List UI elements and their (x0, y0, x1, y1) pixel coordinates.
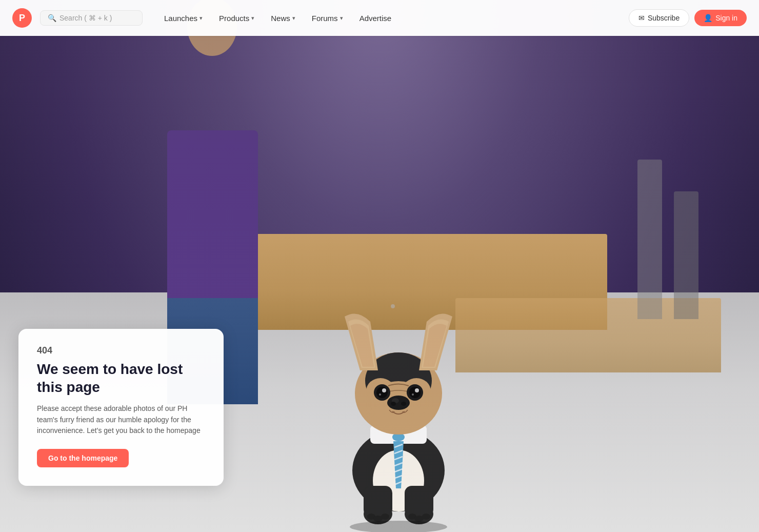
subscribe-label: Subscribe (648, 14, 680, 22)
nav-products-label: Products (219, 14, 249, 23)
launches-chevron-icon: ▾ (199, 15, 203, 22)
signin-button[interactable]: 👤 Sign in (694, 10, 747, 26)
nav-news-label: News (271, 14, 290, 23)
forums-chevron-icon: ▾ (340, 15, 343, 22)
signin-icon: 👤 (704, 14, 712, 22)
nav-news[interactable]: News ▾ (264, 10, 303, 27)
search-placeholder-text: Search ( ⌘ + k ) (59, 14, 112, 22)
nav-forums-label: Forums (312, 14, 338, 23)
subscribe-icon: ✉ (638, 14, 645, 22)
subscribe-button[interactable]: ✉ Subscribe (629, 9, 689, 27)
nav-advertise-label: Advertise (359, 14, 392, 23)
logo[interactable]: P (12, 8, 32, 28)
nav-launches[interactable]: Launches ▾ (157, 10, 210, 27)
nav-links: Launches ▾ Products ▾ News ▾ Forums ▾ Ad… (157, 10, 625, 27)
search-box[interactable]: 🔍 Search ( ⌘ + k ) (40, 10, 143, 26)
error-code: 404 (37, 345, 205, 356)
news-chevron-icon: ▾ (292, 15, 295, 22)
signin-label: Sign in (715, 14, 737, 22)
nav-advertise[interactable]: Advertise (352, 10, 399, 27)
nav-actions: ✉ Subscribe 👤 Sign in (629, 9, 747, 27)
nav-forums[interactable]: Forums ▾ (305, 10, 350, 27)
error-title: We seem to have lost this page (37, 360, 205, 396)
nav-launches-label: Launches (164, 14, 197, 23)
nav-products[interactable]: Products ▾ (212, 10, 262, 27)
search-icon: 🔍 (48, 14, 56, 22)
go-to-homepage-button[interactable]: Go to the homepage (37, 449, 129, 467)
products-chevron-icon: ▾ (251, 15, 254, 22)
error-description: Please accept these adorable photos of o… (37, 403, 205, 437)
error-card: 404 We seem to have lost this page Pleas… (18, 329, 224, 486)
navbar: P 🔍 Search ( ⌘ + k ) Launches ▾ Products… (0, 0, 759, 36)
